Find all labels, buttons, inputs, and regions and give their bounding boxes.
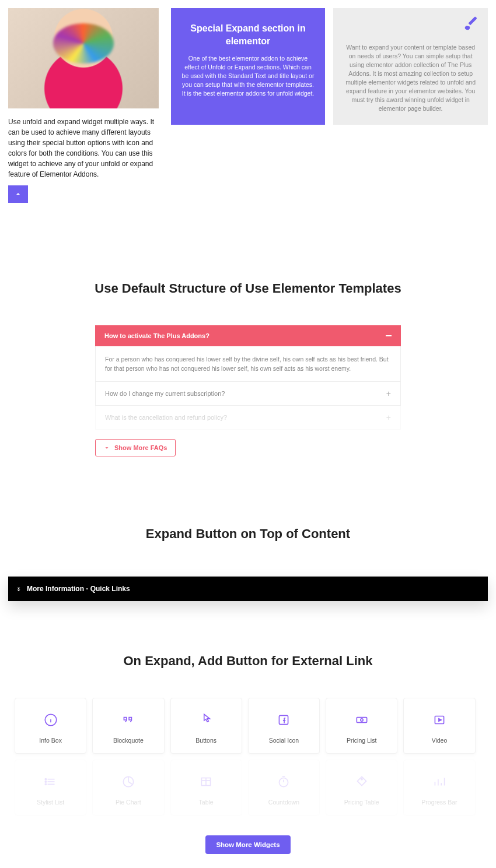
paint-brush-icon	[462, 16, 478, 35]
widget-card-list[interactable]: Stylist List	[15, 760, 86, 816]
widget-card-quote[interactable]: Blockquote	[92, 698, 164, 754]
pointer-icon	[174, 711, 238, 729]
widget-card-money[interactable]: Pricing List	[326, 698, 397, 754]
collapse-button[interactable]	[8, 185, 28, 203]
svg-point-21	[361, 779, 362, 780]
widget-card-tag[interactable]: Pricing Table	[326, 760, 397, 816]
quote-icon	[96, 711, 160, 729]
svg-point-12	[45, 781, 46, 782]
widget-label: Video	[407, 737, 471, 744]
faq-accordion: How to activate The Plus Addons? For a p…	[95, 325, 401, 456]
widget-card-info[interactable]: Info Box	[15, 698, 86, 754]
faq-item-label: How do I change my current subscription?	[105, 390, 225, 397]
timer-icon	[252, 773, 316, 790]
gray-feature-card: Want to expand your content or template …	[333, 8, 488, 125]
faq-open-answer: For a person who has conquered his lower…	[95, 346, 401, 382]
plus-icon: +	[386, 413, 391, 422]
minus-icon	[386, 335, 392, 336]
chevron-up-icon	[15, 191, 22, 198]
gray-card-body: Want to expand your content or template …	[343, 43, 478, 113]
widget-label: Social Icon	[252, 737, 316, 744]
show-more-widgets-label: Show More Widgets	[216, 841, 280, 848]
faq-item-open-header[interactable]: How to activate The Plus Addons?	[95, 325, 401, 346]
widget-label: Info Box	[19, 737, 82, 744]
widget-label: Table	[174, 799, 238, 806]
faq-item-1[interactable]: How do I change my current subscription?…	[95, 382, 401, 406]
widget-label: Blockquote	[96, 737, 160, 744]
video-icon	[407, 711, 471, 729]
widget-card-timer[interactable]: Countdown	[248, 760, 320, 816]
widget-label: Stylist List	[19, 799, 82, 806]
purple-card-body: One of the best elementor addon to achie…	[181, 54, 315, 98]
faq-item-label: What is the cancellation and refund poli…	[105, 414, 227, 421]
show-more-widgets-button[interactable]: Show More Widgets	[205, 835, 290, 854]
svg-rect-4	[357, 718, 366, 723]
widget-label: Progress Bar	[407, 799, 471, 806]
widget-label: Pricing List	[330, 737, 393, 744]
widget-label: Pricing Table	[330, 799, 393, 806]
pie-icon	[96, 773, 160, 790]
widget-card-pointer[interactable]: Buttons	[170, 698, 242, 754]
widget-label: Countdown	[252, 799, 316, 806]
bar-icon	[407, 773, 471, 790]
section-title-external-link: On Expand, Add Button for External Link	[0, 653, 496, 669]
col1-description: Use unfold and expand widget multiple wa…	[8, 108, 159, 185]
widgets-grid: Info BoxBlockquoteButtonsSocial IconPric…	[0, 698, 496, 816]
section-title-top-button: Expand Button on Top of Content	[0, 526, 496, 542]
section-title-templates: Use Default Structure of Use Elementor T…	[0, 281, 496, 296]
money-icon	[330, 711, 393, 729]
table-icon	[174, 773, 238, 790]
faq-question: How to activate The Plus Addons?	[104, 332, 209, 339]
widget-card-video[interactable]: Video	[403, 698, 475, 754]
svg-marker-7	[439, 719, 441, 721]
fb-icon	[252, 711, 316, 729]
more-information-label: More Information - Quick Links	[27, 585, 130, 593]
plus-icon: +	[386, 389, 391, 398]
widget-card-pie[interactable]: Pie Chart	[92, 760, 164, 816]
chevron-down-icon	[104, 445, 110, 451]
show-more-faqs-button[interactable]: Show More FAQs	[95, 439, 176, 456]
widget-card-bar[interactable]: Progress Bar	[403, 760, 475, 816]
svg-point-5	[361, 719, 363, 721]
info-icon	[19, 711, 82, 729]
tag-icon	[330, 773, 393, 790]
widget-label: Pie Chart	[96, 799, 160, 806]
svg-point-11	[45, 779, 46, 780]
faq-item-2[interactable]: What is the cancellation and refund poli…	[95, 406, 401, 430]
show-more-faqs-label: Show More FAQs	[114, 444, 167, 451]
purple-feature-card: Special Expand section in elementor One …	[171, 8, 326, 125]
widget-card-table[interactable]: Table	[170, 760, 242, 816]
hero-image	[8, 8, 159, 108]
purple-card-title: Special Expand section in elementor	[181, 22, 315, 47]
svg-rect-3	[280, 715, 288, 724]
more-information-bar[interactable]: More Information - Quick Links	[8, 577, 488, 601]
list-icon	[19, 773, 82, 790]
widget-label: Buttons	[174, 737, 238, 744]
widget-card-fb[interactable]: Social Icon	[248, 698, 320, 754]
svg-point-13	[45, 783, 46, 785]
double-chevron-down-icon	[15, 585, 22, 592]
